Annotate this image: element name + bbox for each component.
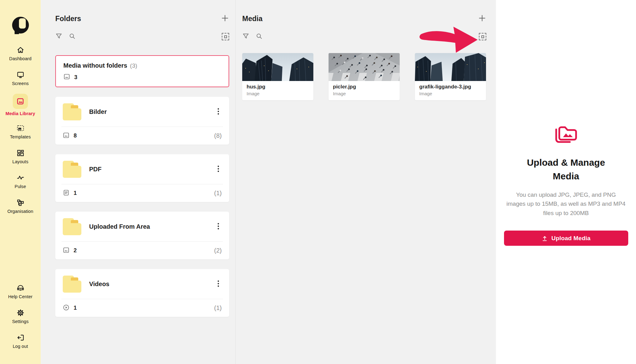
media-filename: grafik-liggande-3.jpg — [419, 84, 482, 90]
media-search-button[interactable] — [256, 33, 263, 41]
sidebar-item-pulse[interactable]: Pulse — [0, 169, 41, 194]
media-folder-icon — [553, 123, 579, 146]
document-icon — [63, 189, 70, 197]
plus-icon — [478, 14, 486, 23]
folders-panel-title: Folders — [55, 15, 81, 23]
sidebar-item-settings[interactable]: Settings — [0, 304, 41, 329]
unfiled-card-count-badge: (3) — [130, 62, 137, 69]
kebab-icon — [215, 165, 222, 174]
folders-search-button[interactable] — [69, 33, 76, 41]
folders-select-button[interactable] — [222, 33, 229, 40]
sidebar-item-log-out[interactable]: Log out — [0, 329, 41, 353]
kebab-icon — [215, 280, 222, 289]
media-type-label: Image — [419, 91, 482, 96]
filter-icon — [242, 33, 249, 41]
sidebar-item-label: Templates — [10, 134, 31, 139]
sidebar-item-label: Log out — [13, 344, 28, 349]
media-panel-title: Media — [242, 15, 262, 23]
folder-name: Bilder — [89, 108, 107, 115]
sidebar-nav: Dashboard Screens Media Library — [0, 41, 41, 218]
folder-menu-button[interactable] — [215, 280, 222, 289]
folder-item-count: 1 — [74, 305, 77, 311]
home-icon — [16, 46, 25, 54]
sidebar-item-dashboard[interactable]: Dashboard — [0, 41, 41, 66]
media-panel: Media — [242, 12, 486, 100]
sidebar-item-label: Screens — [12, 81, 29, 86]
folder-count-badge: (1) — [214, 304, 222, 312]
folder-icon — [63, 103, 81, 120]
play-circle-icon — [63, 304, 70, 312]
sidebar-footer-nav: Help Center Settings Lo — [0, 279, 41, 364]
image-outline-icon — [63, 73, 70, 81]
media-card-picler[interactable]: picler.jpg Image — [329, 53, 400, 100]
media-card-hus[interactable]: hus.jpg Image — [242, 53, 313, 100]
media-thumbnail — [415, 53, 486, 81]
media-thumbnail — [329, 53, 400, 81]
sidebar-item-templates[interactable]: Templates — [0, 119, 41, 144]
sidebar-item-media-library[interactable]: Media Library — [0, 91, 41, 119]
sidebar-item-label: Layouts — [12, 159, 29, 164]
upload-panel: Upload & Manage Media You can upload JPG… — [496, 0, 636, 364]
search-icon — [256, 33, 263, 41]
image-outline-icon — [63, 132, 70, 140]
kebab-icon — [215, 107, 222, 116]
media-select-button[interactable] — [479, 33, 486, 40]
media-library-icon — [13, 94, 28, 109]
media-type-label: Image — [333, 91, 395, 96]
layouts-icon — [16, 149, 25, 157]
upload-button-label: Upload Media — [552, 235, 591, 242]
upload-media-button[interactable]: Upload Media — [504, 231, 628, 246]
plus-icon — [221, 14, 229, 23]
heading-line: Upload & Manage — [527, 156, 605, 169]
headset-icon — [16, 284, 25, 292]
template-icon — [16, 124, 25, 132]
logout-icon — [16, 334, 25, 342]
media-type-label: Image — [247, 91, 309, 96]
folder-menu-button[interactable] — [215, 222, 222, 231]
sidebar-item-label: Help Center — [8, 294, 32, 299]
add-folder-button[interactable] — [221, 14, 229, 23]
sidebar-item-label: Dashboard — [9, 56, 32, 61]
pulse-icon — [16, 174, 25, 182]
sidebar-item-help-center[interactable]: Help Center — [0, 279, 41, 304]
folder-card-videos[interactable]: Videos 1 (1) — [55, 269, 229, 317]
folder-card-bilder[interactable]: Bilder 8 (8) — [55, 97, 229, 145]
upload-icon — [542, 235, 548, 241]
sidebar-item-layouts[interactable]: Layouts — [0, 144, 41, 169]
panel-divider — [235, 0, 236, 364]
folder-name: Uploaded From Area — [89, 223, 150, 230]
folder-card-uploaded-from-area[interactable]: Uploaded From Area 2 (2) — [55, 212, 229, 259]
folder-menu-button[interactable] — [215, 165, 222, 174]
media-card-grafik-liggande-3[interactable]: grafik-liggande-3.jpg Image — [415, 53, 486, 100]
media-thumbnail — [242, 53, 313, 81]
folder-item-count: 2 — [74, 247, 77, 254]
sidebar-item-label: Settings — [12, 319, 29, 324]
select-all-icon — [479, 33, 486, 40]
monitor-icon — [16, 71, 25, 79]
folder-menu-button[interactable] — [215, 107, 222, 116]
folder-count-badge: (1) — [214, 190, 222, 197]
folders-filter-button[interactable] — [55, 33, 62, 41]
folder-icon — [63, 276, 81, 293]
image-outline-icon — [63, 247, 70, 255]
search-icon — [69, 33, 76, 41]
media-filename: picler.jpg — [333, 84, 395, 90]
media-filter-button[interactable] — [242, 33, 249, 41]
folder-item-count: 8 — [74, 133, 77, 139]
sidebar-item-screens[interactable]: Screens — [0, 66, 41, 91]
media-filename: hus.jpg — [247, 84, 309, 90]
sidebar: Dashboard Screens Media Library — [0, 0, 41, 364]
kebab-icon — [215, 222, 222, 231]
media-without-folders-card[interactable]: Media without folders (3) 3 — [55, 55, 229, 87]
folder-name: PDF — [89, 166, 102, 173]
folder-count-badge: (8) — [214, 132, 222, 139]
folder-card-pdf[interactable]: PDF 1 (1) — [55, 154, 229, 202]
filter-icon — [55, 33, 62, 41]
folder-icon — [63, 218, 81, 235]
add-media-button[interactable] — [478, 14, 486, 23]
sidebar-item-label: Media Library — [6, 111, 35, 116]
gear-icon — [16, 309, 25, 317]
folder-name: Videos — [89, 281, 109, 288]
sidebar-item-organisation[interactable]: Organisation — [0, 194, 41, 218]
folders-panel: Folders Media without folders (3) — [55, 12, 229, 317]
